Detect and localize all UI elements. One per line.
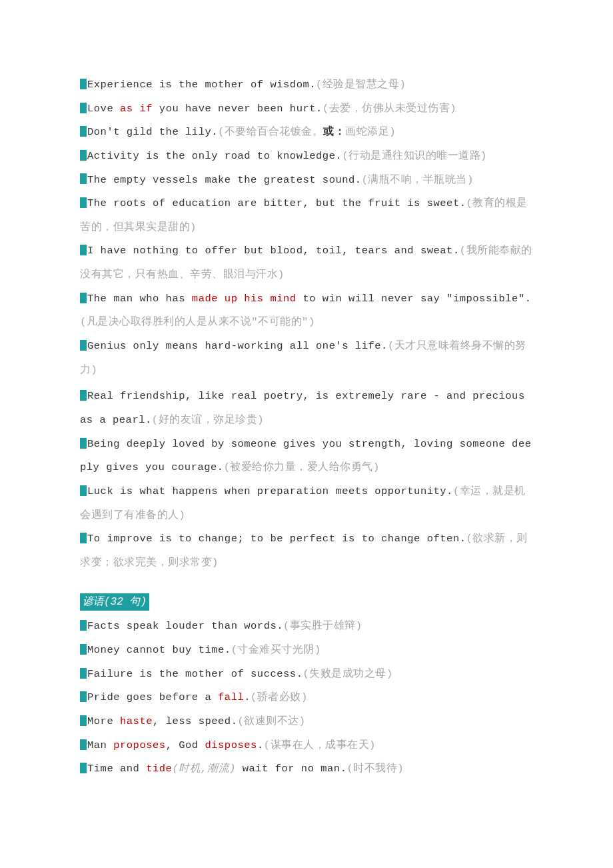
- bullet-marker: [80, 340, 87, 351]
- quote-line: Genius only means hard-working all one's…: [80, 335, 533, 382]
- quote-line: The man who has made up his mind to win …: [80, 287, 533, 335]
- bullet-marker: [80, 438, 87, 449]
- quote-zh: (行动是通往知识的唯一道路): [342, 150, 487, 162]
- quote-line: The roots of education are bitter, but t…: [80, 192, 533, 239]
- bullet-marker: [80, 173, 87, 184]
- highlight: haste: [120, 715, 153, 727]
- proverb-zh: (骄者必败): [251, 691, 308, 703]
- quote-zh: (满瓶不响，半瓶晄当): [362, 174, 474, 186]
- proverb-zh: (事实胜于雄辩): [283, 620, 362, 632]
- bullet-marker: [80, 691, 87, 702]
- bullet-marker: [80, 533, 87, 543]
- bullet-marker: [80, 620, 87, 631]
- quote-line: Experience is the mother of wisdom.(经验是智…: [80, 73, 533, 97]
- bullet-marker: [80, 103, 87, 113]
- quote-line: Activity is the only road to knowledge.(…: [80, 145, 533, 169]
- bullet-marker: [80, 293, 87, 303]
- bullet-marker: [80, 644, 87, 655]
- document-page: Experience is the mother of wisdom.(经验是智…: [0, 0, 613, 848]
- quote-zh: (经验是智慧之母): [316, 79, 406, 91]
- proverb-zh: (时不我待): [346, 763, 404, 775]
- paren-note: (时机,潮流): [172, 763, 235, 775]
- proverb-zh: (失败是成功之母): [303, 668, 392, 680]
- proverb-line: Pride goes before a fall.(骄者必败): [80, 686, 533, 710]
- proverb-line: Failure is the mother of success.(失败是成功之…: [80, 663, 533, 687]
- bullet-marker: [80, 245, 87, 255]
- highlight: as if: [120, 103, 159, 115]
- highlight: proposes: [113, 739, 165, 751]
- highlight: disposes: [205, 739, 257, 751]
- bullet-marker: [80, 126, 87, 137]
- bullet-marker: [80, 763, 87, 773]
- quote-zh: (被爱给你力量，爱人给你勇气): [224, 461, 380, 473]
- quote-line: Don't gild the lily.(不要给百合花镀金。或：画蛇添足): [80, 121, 533, 145]
- quote-zh: (凡是决心取得胜利的人是从来不说"不可能的"): [80, 316, 315, 328]
- proverb-line: Money cannot buy time.(寸金难买寸光阴): [80, 639, 533, 663]
- proverb-line: Man proposes, God disposes.(谋事在人，成事在天): [80, 734, 533, 758]
- quote-line: The empty vessels make the greatest soun…: [80, 169, 533, 193]
- section-header: 谚语(32 句): [80, 593, 149, 611]
- quote-en: Experience is the mother of wisdom.: [87, 79, 316, 91]
- quote-line: Luck is what happens when preparation me…: [80, 480, 533, 527]
- quote-line: To improve is to change; to be perfect i…: [80, 527, 533, 575]
- proverb-line: More haste, less speed.(欲速则不达): [80, 710, 533, 734]
- bullet-marker: [80, 668, 87, 679]
- highlight: made up his mind: [192, 293, 303, 305]
- bullet-marker: [80, 390, 87, 401]
- proverb-line: Time and tide(时机,潮流) wait for no man.(时不…: [80, 757, 533, 781]
- quote-line: I have nothing to offer but blood, toil,…: [80, 239, 533, 287]
- bullet-marker: [80, 715, 87, 726]
- quote-zh: (去爱，仿佛从未受过伤害): [322, 103, 456, 115]
- proverb-zh: (寸金难买寸光阴): [231, 644, 321, 656]
- bullet-marker: [80, 79, 87, 89]
- quote-line: Being deeply loved by someone gives you …: [80, 433, 533, 480]
- proverb-zh: (欲速则不达): [237, 715, 305, 727]
- quote-line: Love as if you have never been hurt.(去爱，…: [80, 97, 533, 121]
- bullet-marker: [80, 485, 87, 496]
- quote-line: Real friendship, like real poetry, is ex…: [80, 385, 533, 432]
- highlight: tide: [146, 763, 172, 775]
- bullet-marker: [80, 150, 87, 161]
- bold-text: 或：: [323, 126, 345, 138]
- highlight: fall: [218, 691, 244, 703]
- quote-zh: (好的友谊，弥足珍贵): [152, 414, 264, 426]
- bullet-marker: [80, 739, 87, 750]
- proverb-zh: (谋事在人，成事在天): [264, 739, 376, 751]
- proverb-line: Facts speak louder than words.(事实胜于雄辩): [80, 615, 533, 639]
- bullet-marker: [80, 197, 87, 208]
